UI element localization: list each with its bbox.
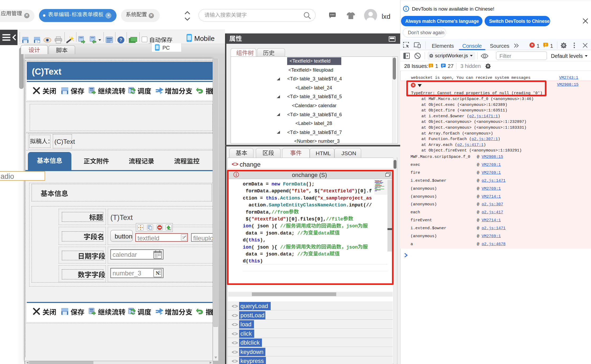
svg-text:?: ? bbox=[120, 38, 122, 42]
